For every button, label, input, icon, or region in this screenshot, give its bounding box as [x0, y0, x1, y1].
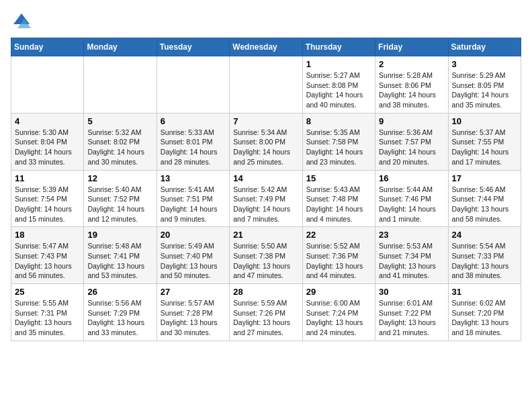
- calendar-cell: 9Sunrise: 5:36 AM Sunset: 7:57 PM Daylig…: [375, 113, 448, 170]
- calendar-cell: 26Sunrise: 5:56 AM Sunset: 7:29 PM Dayli…: [84, 284, 157, 341]
- calendar-week-2: 4Sunrise: 5:30 AM Sunset: 8:04 PM Daylig…: [11, 113, 521, 170]
- day-info: Sunrise: 5:28 AM Sunset: 8:06 PM Dayligh…: [379, 71, 444, 110]
- day-number: 16: [379, 173, 444, 183]
- calendar-cell: [230, 56, 302, 113]
- day-info: Sunrise: 5:36 AM Sunset: 7:57 PM Dayligh…: [379, 128, 444, 167]
- calendar-cell: 22Sunrise: 5:52 AM Sunset: 7:36 PM Dayli…: [302, 227, 375, 284]
- calendar-cell: 3Sunrise: 5:29 AM Sunset: 8:05 PM Daylig…: [448, 56, 521, 113]
- day-info: Sunrise: 5:57 AM Sunset: 7:28 PM Dayligh…: [161, 298, 226, 338]
- calendar-cell: 20Sunrise: 5:49 AM Sunset: 7:40 PM Dayli…: [157, 227, 229, 284]
- day-header-tuesday: Tuesday: [157, 38, 229, 56]
- day-header-wednesday: Wednesday: [230, 38, 302, 56]
- calendar-cell: 15Sunrise: 5:43 AM Sunset: 7:48 PM Dayli…: [302, 170, 375, 227]
- day-number: 20: [161, 230, 226, 240]
- day-info: Sunrise: 6:02 AM Sunset: 7:20 PM Dayligh…: [452, 298, 517, 338]
- day-number: 26: [87, 287, 152, 297]
- calendar-cell: 27Sunrise: 5:57 AM Sunset: 7:28 PM Dayli…: [157, 284, 229, 341]
- calendar-week-5: 25Sunrise: 5:55 AM Sunset: 7:31 PM Dayli…: [11, 284, 521, 341]
- calendar-cell: 18Sunrise: 5:47 AM Sunset: 7:43 PM Dayli…: [11, 227, 84, 284]
- day-info: Sunrise: 5:40 AM Sunset: 7:52 PM Dayligh…: [87, 185, 152, 224]
- days-header-row: SundayMondayTuesdayWednesdayThursdayFrid…: [11, 38, 521, 56]
- day-info: Sunrise: 5:48 AM Sunset: 7:41 PM Dayligh…: [87, 241, 152, 281]
- day-info: Sunrise: 5:59 AM Sunset: 7:26 PM Dayligh…: [233, 298, 298, 338]
- day-number: 30: [379, 287, 444, 297]
- calendar-table: SundayMondayTuesdayWednesdayThursdayFrid…: [11, 38, 521, 341]
- day-info: Sunrise: 5:47 AM Sunset: 7:43 PM Dayligh…: [15, 241, 80, 281]
- calendar-cell: 5Sunrise: 5:32 AM Sunset: 8:02 PM Daylig…: [84, 113, 157, 170]
- day-number: 23: [379, 230, 444, 240]
- day-info: Sunrise: 5:49 AM Sunset: 7:40 PM Dayligh…: [161, 241, 226, 281]
- calendar-cell: 13Sunrise: 5:41 AM Sunset: 7:51 PM Dayli…: [157, 170, 229, 227]
- day-info: Sunrise: 6:01 AM Sunset: 7:22 PM Dayligh…: [379, 298, 444, 338]
- calendar-cell: 12Sunrise: 5:40 AM Sunset: 7:52 PM Dayli…: [84, 170, 157, 227]
- day-number: 8: [306, 116, 371, 126]
- calendar-cell: 24Sunrise: 5:54 AM Sunset: 7:33 PM Dayli…: [448, 227, 521, 284]
- day-number: 29: [306, 287, 371, 297]
- day-number: 17: [452, 173, 517, 183]
- calendar-cell: 4Sunrise: 5:30 AM Sunset: 8:04 PM Daylig…: [11, 113, 84, 170]
- calendar-cell: 10Sunrise: 5:37 AM Sunset: 7:55 PM Dayli…: [448, 113, 521, 170]
- day-number: 14: [233, 173, 298, 183]
- day-number: 3: [452, 59, 517, 69]
- day-info: Sunrise: 5:33 AM Sunset: 8:01 PM Dayligh…: [161, 128, 226, 167]
- day-number: 31: [452, 287, 517, 297]
- calendar-cell: 21Sunrise: 5:50 AM Sunset: 7:38 PM Dayli…: [230, 227, 302, 284]
- day-info: Sunrise: 5:29 AM Sunset: 8:05 PM Dayligh…: [452, 71, 517, 110]
- day-number: 12: [87, 173, 152, 183]
- calendar-cell: 7Sunrise: 5:34 AM Sunset: 8:00 PM Daylig…: [230, 113, 302, 170]
- day-number: 22: [306, 230, 371, 240]
- calendar-cell: [11, 56, 84, 113]
- day-number: 6: [161, 116, 226, 126]
- day-info: Sunrise: 5:39 AM Sunset: 7:54 PM Dayligh…: [15, 185, 80, 224]
- calendar-cell: 23Sunrise: 5:53 AM Sunset: 7:34 PM Dayli…: [375, 227, 448, 284]
- day-header-monday: Monday: [84, 38, 157, 56]
- calendar-cell: [157, 56, 229, 113]
- day-info: Sunrise: 5:42 AM Sunset: 7:49 PM Dayligh…: [233, 185, 298, 224]
- day-info: Sunrise: 5:56 AM Sunset: 7:29 PM Dayligh…: [87, 298, 152, 338]
- day-number: 27: [161, 287, 226, 297]
- day-number: 19: [87, 230, 152, 240]
- day-number: 4: [15, 116, 80, 126]
- day-info: Sunrise: 5:43 AM Sunset: 7:48 PM Dayligh…: [306, 185, 371, 224]
- day-number: 24: [452, 230, 517, 240]
- day-header-thursday: Thursday: [302, 38, 375, 56]
- day-number: 13: [161, 173, 226, 183]
- calendar-cell: 1Sunrise: 5:27 AM Sunset: 8:08 PM Daylig…: [302, 56, 375, 113]
- calendar-cell: 29Sunrise: 6:00 AM Sunset: 7:24 PM Dayli…: [302, 284, 375, 341]
- day-number: 2: [379, 59, 444, 69]
- day-number: 10: [452, 116, 517, 126]
- calendar-cell: 31Sunrise: 6:02 AM Sunset: 7:20 PM Dayli…: [448, 284, 521, 341]
- calendar-week-4: 18Sunrise: 5:47 AM Sunset: 7:43 PM Dayli…: [11, 227, 521, 284]
- day-info: Sunrise: 5:52 AM Sunset: 7:36 PM Dayligh…: [306, 241, 371, 281]
- day-info: Sunrise: 5:50 AM Sunset: 7:38 PM Dayligh…: [233, 241, 298, 281]
- day-info: Sunrise: 6:00 AM Sunset: 7:24 PM Dayligh…: [306, 298, 371, 338]
- day-number: 18: [15, 230, 80, 240]
- calendar-cell: 19Sunrise: 5:48 AM Sunset: 7:41 PM Dayli…: [84, 227, 157, 284]
- day-info: Sunrise: 5:44 AM Sunset: 7:46 PM Dayligh…: [379, 185, 444, 224]
- calendar-cell: 2Sunrise: 5:28 AM Sunset: 8:06 PM Daylig…: [375, 56, 448, 113]
- day-info: Sunrise: 5:34 AM Sunset: 8:00 PM Dayligh…: [233, 128, 298, 167]
- calendar-cell: 17Sunrise: 5:46 AM Sunset: 7:44 PM Dayli…: [448, 170, 521, 227]
- day-header-friday: Friday: [375, 38, 448, 56]
- logo: [11, 11, 35, 32]
- calendar-week-3: 11Sunrise: 5:39 AM Sunset: 7:54 PM Dayli…: [11, 170, 521, 227]
- day-info: Sunrise: 5:35 AM Sunset: 7:58 PM Dayligh…: [306, 128, 371, 167]
- day-number: 15: [306, 173, 371, 183]
- day-info: Sunrise: 5:41 AM Sunset: 7:51 PM Dayligh…: [161, 185, 226, 224]
- logo-icon: [11, 11, 32, 32]
- calendar-week-1: 1Sunrise: 5:27 AM Sunset: 8:08 PM Daylig…: [11, 56, 521, 113]
- calendar-cell: 6Sunrise: 5:33 AM Sunset: 8:01 PM Daylig…: [157, 113, 229, 170]
- day-number: 9: [379, 116, 444, 126]
- svg-marker-0: [13, 13, 30, 24]
- day-header-sunday: Sunday: [11, 38, 84, 56]
- calendar-cell: 16Sunrise: 5:44 AM Sunset: 7:46 PM Dayli…: [375, 170, 448, 227]
- day-info: Sunrise: 5:37 AM Sunset: 7:55 PM Dayligh…: [452, 128, 517, 167]
- day-header-saturday: Saturday: [448, 38, 521, 56]
- calendar-cell: 25Sunrise: 5:55 AM Sunset: 7:31 PM Dayli…: [11, 284, 84, 341]
- day-info: Sunrise: 5:27 AM Sunset: 8:08 PM Dayligh…: [306, 71, 371, 110]
- day-info: Sunrise: 5:55 AM Sunset: 7:31 PM Dayligh…: [15, 298, 80, 338]
- calendar-cell: 11Sunrise: 5:39 AM Sunset: 7:54 PM Dayli…: [11, 170, 84, 227]
- calendar-cell: 14Sunrise: 5:42 AM Sunset: 7:49 PM Dayli…: [230, 170, 302, 227]
- day-number: 21: [233, 230, 298, 240]
- day-number: 28: [233, 287, 298, 297]
